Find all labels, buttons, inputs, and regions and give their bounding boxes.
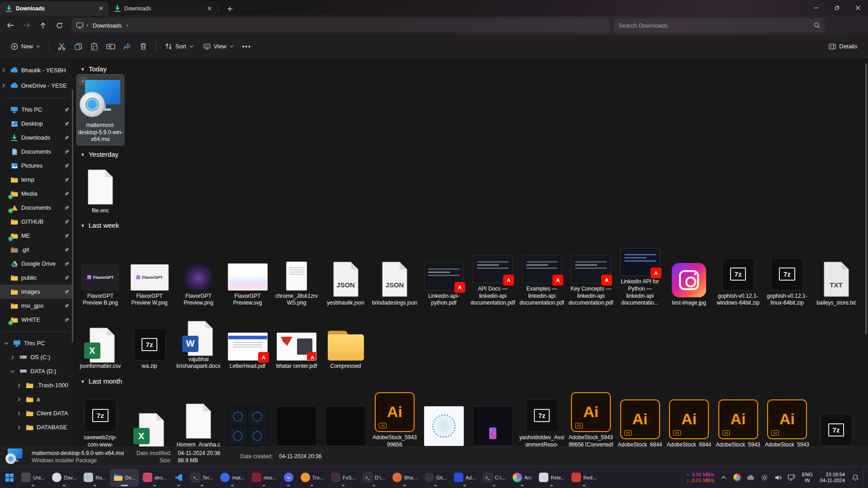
taskbar-app-do[interactable]: Do... [110,469,138,487]
sidebar-tree-this-pc[interactable]: This PC [0,336,73,350]
chevron-right-icon[interactable] [0,68,7,72]
tab-0[interactable]: Downloads [0,1,108,15]
share-button[interactable] [119,38,135,55]
view-button[interactable]: View [199,38,238,55]
tab-close-icon[interactable] [97,5,105,13]
taskbar-app-des[interactable]: des... [140,469,170,487]
file-tile[interactable]: 7zyashvidotdev_AssignmentRepo-main.zip [519,387,566,446]
file-tile[interactable]: AiAIAdobeStock_594399656 [Converted].ai [371,387,418,446]
sidebar-tree-data-d-[interactable]: DATA (D:) [0,364,73,378]
file-tile[interactable]: FlavorGPTFlavorGPT Preview W.png [126,245,173,309]
sidebar-item-desktop[interactable]: Desktop [0,117,73,131]
file-tile[interactable]: Examples — linkedin-api documentation.pd… [519,238,566,309]
file-tile[interactable]: JSONyesbhautik.json [322,252,369,309]
taskbar-app-arc[interactable]: Arc [509,469,535,487]
chevron-right-icon[interactable] [15,411,23,416]
new-tab-button[interactable] [223,2,236,15]
sidebar-item-media[interactable]: ⟳Media [0,187,73,201]
minimize-button[interactable] [806,0,826,15]
taskbar-app-discord[interactable] [281,469,297,487]
file-tile[interactable]: FlavorGPTFlavorGPT Preview B.png [77,245,124,309]
chevron-right-icon[interactable] [0,83,7,88]
taskbar-app-c[interactable]: >_C:\... [480,469,509,487]
file-tile[interactable]: Rectangle 6.png [273,401,320,446]
file-tile[interactable]: AiAIAdobeStock_594399656 [Converted] cop… [567,387,614,446]
file-tile[interactable]: file.enc [77,160,124,216]
file-tile[interactable]: API Docs — linkedin-api documentation.pd… [469,238,516,309]
file-tile[interactable]: Linkedin-api-python.pdf [420,245,467,309]
sidebar-item-github[interactable]: GITHUB [0,215,73,229]
file-tile[interactable]: TXTbaileys_store.txt [813,252,860,309]
taskbar-app-vscode[interactable] [171,469,187,487]
forward-button[interactable] [19,18,34,33]
file-tile[interactable]: JSONbrindadesings.json [371,252,418,309]
sidebar-item-pictures[interactable]: Pictures [0,159,73,173]
file-tile[interactable]: Compressed [322,315,369,372]
tab-close-icon[interactable] [205,5,213,13]
file-tile[interactable]: m2m377xc.png [420,401,467,446]
taskbar-app-fxs[interactable]: FxS... [328,469,359,487]
sidebar-item-documents[interactable]: Documents [0,145,73,159]
hidden-icons-chevron[interactable] [718,471,730,484]
chevron-right-icon[interactable] [15,383,23,388]
sidebar-item-me[interactable]: ⟳ME [0,229,73,243]
chevron-right-icon[interactable] [9,355,16,360]
file-tile[interactable]: LetterHead.pdf [224,315,271,372]
sidebar-item-white[interactable]: ⟳WHITE [0,313,73,327]
copy-button[interactable] [71,38,86,55]
taskbar-app-ra[interactable]: Ra... [80,469,109,487]
sidebar-item-temp[interactable]: temp [0,173,73,187]
notification-bell-icon[interactable]: z [849,471,861,484]
sidebar-item-public[interactable]: public [0,271,73,285]
sidebar-tree-database[interactable]: DATABASE [0,420,73,434]
sidebar-item-documents[interactable]: ⟳Documents [0,201,73,215]
group-header-yesterday[interactable]: ▼Yesterday [80,150,864,158]
file-tile[interactable]: Homem_Aranha.cdr [175,394,222,446]
sidebar-item--git[interactable]: .git [0,243,73,257]
file-tile[interactable]: Rectangle 7.png [322,401,369,446]
file-tile[interactable]: chrome_J8sk1zrvWS.png [273,245,320,309]
refresh-button[interactable] [52,18,67,33]
clock-widget[interactable]: 23:19:5404-11-2024 [817,472,848,483]
file-tile[interactable]: Wvajubhai krishanapark.docx [175,309,222,372]
taskbar-app-mat[interactable]: mat... [217,469,248,487]
chevron-right-icon[interactable] [15,425,23,430]
language-indicator[interactable]: ENGIN [799,472,816,483]
file-tile[interactable]: 7zwa.zip [126,315,173,372]
taskbar-app-rele[interactable]: Rele... [536,469,567,487]
sidebar-item-msi-gpo[interactable]: msi_gpo [0,299,73,313]
file-tile[interactable]: AiAIAdobeStock_594399656.ai [764,394,811,446]
group-header-last-month[interactable]: ▼Last month [80,377,864,385]
details-pane-button[interactable]: Details [824,38,862,55]
file-tile[interactable]: 7zgophish-v0.12.1-linux-64bit.zip [764,245,811,309]
chevron-right-icon[interactable] [15,397,23,402]
chevron-down-icon[interactable] [9,370,16,373]
more-options-button[interactable]: ••• [239,38,255,55]
taskbar-app-niss[interactable]: niss... [249,469,280,487]
taskbar-app-unt[interactable]: Unt... [18,469,48,487]
breadcrumb-downloads[interactable]: Downloads [91,21,123,30]
file-tile[interactable]: AiAIAdobeStock_684425862.ai [617,394,664,446]
sidebar-item-google-drive[interactable]: Google Drive [0,257,73,271]
sidebar-cloud-item-0[interactable]: Bhautik - YESBH [0,62,73,78]
taskbar-app-tro[interactable]: Tro... [297,469,327,487]
taskbar-app-bha[interactable]: Bha... [389,469,420,487]
search-box[interactable] [614,18,825,33]
file-tile[interactable]: 7zDOCUMENT.zip [813,401,860,446]
file-tile[interactable]: 7zgophish-v0.12.1-windows-64bit.zip [715,245,762,309]
paste-button[interactable] [87,38,102,55]
file-tile[interactable]: Xjsonformatter.csv [77,315,124,372]
sidebar-item-downloads[interactable]: Downloads [0,131,73,145]
brightness-icon[interactable] [759,471,770,484]
file-tile[interactable]: Key Concepts — linkedin-api documentatio… [567,238,614,309]
sort-button[interactable]: Sort [160,38,198,55]
maximize-button[interactable] [826,0,847,15]
cut-button[interactable] [54,38,70,55]
taskbar-app-ad[interactable]: Ad... [451,469,479,487]
taskbar-app-git[interactable]: Git... [421,469,450,487]
sidebar-tree-a[interactable]: a [0,392,73,406]
show-desktop-button[interactable] [863,469,865,487]
network-speed-widget[interactable]: ↑:0.00 MB/s ↓:0.01 MB/s [687,472,714,483]
start-button[interactable] [2,469,17,487]
file-tile[interactable]: AiAIAdobeStock_684401528.ai [665,394,712,446]
